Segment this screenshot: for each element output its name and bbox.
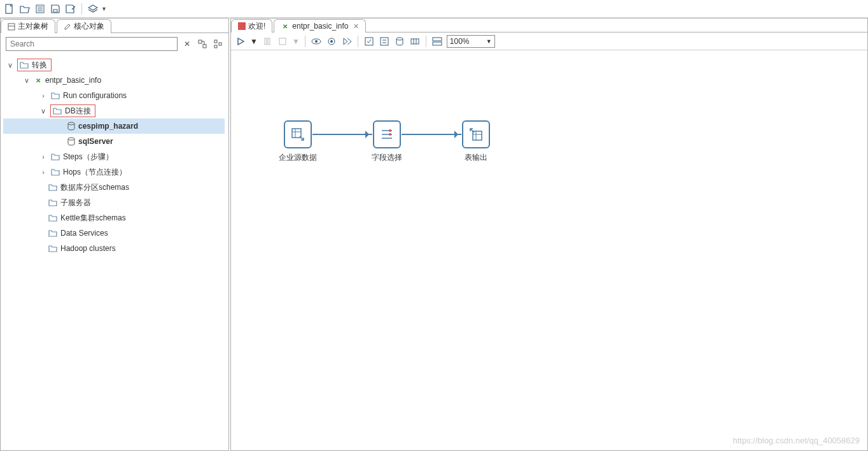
expand-icon[interactable]: ∨ — [39, 107, 48, 115]
pause-icon[interactable] — [262, 36, 273, 47]
explore-icon[interactable] — [409, 36, 421, 47]
tree-cluster-row[interactable]: Kettle集群schemas — [3, 210, 225, 226]
separator — [358, 36, 358, 47]
replay-icon[interactable] — [341, 36, 353, 47]
svg-point-41 — [389, 133, 391, 136]
separator — [426, 36, 426, 47]
canvas-node[interactable]: 企业源数据 — [269, 120, 326, 163]
list-icon[interactable] — [34, 3, 46, 15]
expand-icon[interactable]: ∨ — [22, 76, 31, 85]
node-label: 字段选择 — [358, 152, 416, 163]
expand-icon[interactable]: › — [39, 92, 48, 99]
tree-label: entpr_basic_info — [45, 76, 101, 85]
svg-point-16 — [68, 138, 74, 140]
tree-label: cespimp_hazard — [78, 122, 138, 131]
run-icon[interactable] — [235, 36, 246, 47]
svg-rect-14 — [219, 43, 221, 45]
folder-icon — [19, 61, 29, 69]
separator — [81, 3, 82, 15]
new-icon[interactable] — [4, 3, 15, 15]
chevron-down-icon: ▼ — [486, 38, 492, 45]
tree-dbconn-row[interactable]: ∨ DB连接 — [3, 103, 225, 118]
folder-icon — [52, 106, 62, 115]
watermark: https://blog.csdn.net/qq_40058629 — [733, 436, 860, 445]
svg-rect-5 — [53, 10, 57, 12]
toolbar-dropdown[interactable]: ▼ — [101, 6, 107, 12]
sql-icon[interactable] — [394, 36, 405, 47]
close-icon[interactable]: ✕ — [353, 22, 359, 31]
svg-rect-17 — [265, 38, 267, 45]
canvas-node[interactable]: 字段选择 — [358, 120, 416, 163]
tree-label: Kettle集群schemas — [60, 213, 126, 224]
tree-label: Run configurations — [63, 91, 127, 100]
tree-db-item[interactable]: sqlServer — [3, 134, 225, 149]
table-input-icon[interactable] — [284, 120, 312, 148]
stop-dropdown[interactable]: ▼ — [292, 37, 300, 46]
right-panel: 欢迎! ✕ entpr_basic_info ✕ ▼ ▼ — [230, 18, 868, 451]
search-row: ✕ — [1, 32, 228, 55]
canvas-node[interactable]: 表输出 — [447, 120, 505, 163]
clear-search-icon[interactable]: ✕ — [181, 38, 193, 50]
expand-icon[interactable]: › — [39, 168, 48, 176]
select-values-icon[interactable] — [373, 120, 401, 148]
svg-point-28 — [396, 38, 403, 40]
tab-label: 核心对象 — [74, 21, 104, 32]
collapse-tree-icon[interactable] — [212, 38, 223, 50]
tree-subserver-row[interactable]: 子服务器 — [3, 195, 225, 210]
tab-main-tree[interactable]: 主对象树 — [1, 19, 55, 33]
expand-icon[interactable]: › — [39, 153, 48, 161]
editor-tabs: 欢迎! ✕ entpr_basic_info ✕ — [231, 18, 867, 32]
tree-label: 子服务器 — [60, 197, 91, 208]
tab-welcome[interactable]: 欢迎! — [231, 19, 272, 32]
svg-rect-33 — [433, 42, 442, 45]
svg-point-23 — [330, 40, 333, 43]
preview-icon[interactable] — [311, 36, 322, 47]
svg-rect-32 — [433, 38, 442, 41]
layers-icon[interactable] — [87, 3, 99, 15]
tree-hops-row[interactable]: › Hops（节点连接） — [3, 164, 225, 180]
stop-icon[interactable] — [277, 36, 288, 47]
node-label: 企业源数据 — [269, 152, 326, 163]
tree-dataservices-row[interactable]: Data Services — [3, 226, 225, 241]
tree-label: Data Services — [60, 229, 108, 238]
table-output-icon[interactable] — [462, 120, 490, 148]
save-icon[interactable] — [50, 3, 61, 15]
tree-hadoop-row[interactable]: Hadoop clusters — [3, 241, 225, 256]
tree-label: 数据库分区schemas — [60, 182, 129, 193]
search-input[interactable] — [10, 39, 173, 48]
svg-rect-29 — [411, 39, 419, 44]
run-dropdown[interactable]: ▼ — [250, 37, 258, 46]
zoom-select[interactable]: 100% ▼ — [447, 35, 495, 48]
transformation-icon: ✕ — [281, 22, 290, 31]
tab-label: 欢迎! — [248, 21, 265, 32]
open-icon[interactable] — [19, 3, 31, 15]
tab-transformation[interactable]: ✕ entpr_basic_info ✕ — [274, 19, 366, 32]
verify-icon[interactable] — [363, 36, 375, 47]
svg-point-40 — [389, 129, 391, 132]
search-box[interactable] — [6, 37, 178, 51]
tree-db-item[interactable]: cespimp_hazard — [3, 118, 225, 134]
tree-trans-row[interactable]: ∨ ✕ entpr_basic_info — [3, 73, 225, 88]
expand-icon[interactable]: ∨ — [6, 61, 15, 69]
tab-core-objects[interactable]: 核心对象 — [57, 19, 111, 33]
canvas[interactable]: 企业源数据 字段选择 表输出 https://blog.csdn.net/qq_… — [231, 50, 867, 450]
main-toolbar: ▼ — [0, 0, 868, 18]
folder-icon — [48, 198, 58, 207]
highlight-branch: DB连接 — [50, 104, 95, 117]
results-icon[interactable] — [431, 36, 443, 47]
tree-steps-row[interactable]: › Steps（步骤） — [3, 149, 225, 164]
tree-schemas-row[interactable]: 数据库分区schemas — [3, 180, 225, 195]
debug-icon[interactable] — [326, 36, 337, 47]
database-icon — [67, 137, 76, 146]
tree-label: 转换 — [32, 60, 47, 71]
highlight-root: 转换 — [17, 59, 52, 71]
tree-runconf-row[interactable]: › Run configurations — [3, 88, 225, 103]
expand-tree-icon[interactable] — [197, 38, 208, 50]
folder-icon — [48, 229, 58, 238]
tree-root-row[interactable]: ∨ 转换 — [3, 57, 225, 73]
tab-label: 主对象树 — [18, 21, 48, 32]
svg-rect-19 — [279, 38, 286, 45]
impact-icon[interactable] — [379, 36, 390, 47]
folder-icon — [50, 168, 60, 176]
save-as-icon[interactable] — [65, 3, 76, 15]
